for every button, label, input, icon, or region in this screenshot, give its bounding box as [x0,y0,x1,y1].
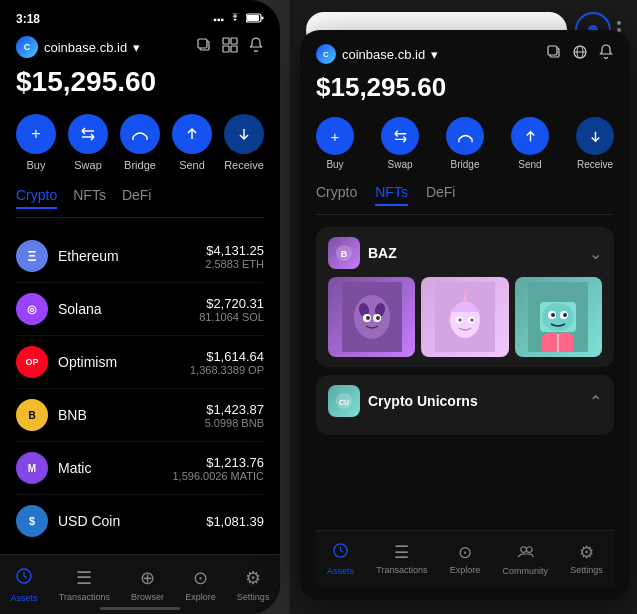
nav-explore-label: Explore [185,592,216,602]
nav-assets[interactable]: Assets [11,567,38,603]
pr-receive-icon [576,117,614,155]
list-item[interactable]: B BNB $1,423.87 5.0998 BNB [16,389,264,442]
pr-buy-label: Buy [326,159,343,170]
svg-point-31 [366,316,370,320]
pr-nav-assets[interactable]: Assets [327,542,354,576]
pr-nav-community[interactable]: Community [503,542,549,576]
svg-rect-4 [198,39,207,48]
pr-swap-icon [381,117,419,155]
pr-bottom-nav: Assets ☰ Transactions ⊙ Explore Communit… [316,530,614,586]
swap-button[interactable]: Swap [68,114,108,171]
copy-icon[interactable] [196,37,212,57]
tab-nfts[interactable]: NFTs [73,187,106,209]
pr-transactions-icon: ☰ [394,542,409,563]
pr-send-button[interactable]: Send [511,117,549,170]
pr-avatar: C [316,44,336,64]
send-button[interactable]: Send [172,114,212,171]
list-item[interactable]: ◎ Solana $2,720.31 81.1064 SOL [16,283,264,336]
pr-tab-defi[interactable]: DeFi [426,184,456,206]
pr-nav-settings[interactable]: ⚙ Settings [570,542,603,575]
tab-defi[interactable]: DeFi [122,187,152,209]
asset-values: $1,081.39 [206,514,264,529]
nav-explore[interactable]: ⊙ Explore [185,567,216,602]
avatar: C [16,36,38,58]
op-icon: OP [16,346,48,378]
nav-transactions[interactable]: ☰ Transactions [59,567,110,602]
pr-globe-icon[interactable] [572,44,588,64]
chevron-down-icon: ⌄ [589,244,602,263]
asset-amount: 2.5883 ETH [205,258,264,270]
expand-icon[interactable] [222,37,238,57]
asset-amount: 5.0998 BNB [205,417,264,429]
pr-tabs: Crypto NFTs DeFi [316,184,614,215]
home-indicator [100,607,180,610]
bridge-icon [120,114,160,154]
receive-icon [224,114,264,154]
nft-unicorns-left: CU Crypto Unicorns [328,385,478,417]
pr-copy-icon[interactable] [546,44,562,64]
tab-crypto[interactable]: Crypto [16,187,57,209]
svg-point-50 [526,546,532,552]
pr-buy-icon: + [316,117,354,155]
browser-icon: ⊕ [140,567,155,589]
account-name: coinbase.cb.id [44,40,127,55]
svg-rect-6 [231,38,237,44]
nft-image-2[interactable] [421,277,508,357]
asset-usd: $1,423.87 [205,402,264,417]
pr-tab-nfts[interactable]: NFTs [375,184,408,206]
time: 3:18 [16,12,40,26]
list-item[interactable]: OP Optimism $1,614.64 1,368.3389 OP [16,336,264,389]
nav-browser[interactable]: ⊕ Browser [131,567,164,602]
nft-unicorns-header[interactable]: CU Crypto Unicorns ⌃ [328,385,602,417]
swap-label: Swap [74,159,102,171]
buy-button[interactable]: + Buy [16,114,56,171]
asset-usd: $1,081.39 [206,514,264,529]
dot [617,21,621,25]
pr-swap-button[interactable]: Swap [381,117,419,170]
bnb-icon: B [16,399,48,431]
bridge-button[interactable]: Bridge [120,114,160,171]
buy-icon: + [16,114,56,154]
nav-settings[interactable]: ⚙ Settings [237,567,270,602]
asset-values: $4,131.25 2.5883 ETH [205,243,264,270]
list-item[interactable]: M Matic $1,213.76 1,596.0026 MATIC [16,442,264,495]
pr-action-buttons: + Buy Swap Bridge [316,117,614,170]
nft-collection-baz: B BAZ ⌄ [316,227,614,367]
chevron-down-icon: ▾ [133,40,140,55]
svg-point-37 [458,319,461,322]
pr-bridge-button[interactable]: Bridge [446,117,484,170]
svg-text:CU: CU [339,399,349,406]
asset-amount: 1,368.3389 OP [190,364,264,376]
nft-image-1[interactable] [328,277,415,357]
pr-buy-button[interactable]: + Buy [316,117,354,170]
asset-amount: 1,596.0026 MATIC [172,470,264,482]
pr-receive-button[interactable]: Receive [576,117,614,170]
pr-tab-crypto[interactable]: Crypto [316,184,357,206]
nft-image-3[interactable] [515,277,602,357]
account-info[interactable]: C coinbase.cb.id ▾ [16,36,140,58]
send-label: Send [179,159,205,171]
phone-right: C coinbase.cb.id ▾ $15,295. [300,30,630,600]
nft-collection-header[interactable]: B BAZ ⌄ [328,237,602,269]
wifi-icon [228,13,242,25]
list-item[interactable]: Ξ Ethereum $4,131.25 2.5883 ETH [16,230,264,283]
eth-icon: Ξ [16,240,48,272]
pr-account-info[interactable]: C coinbase.cb.id ▾ [316,44,438,64]
list-item[interactable]: $ USD Coin $1,081.39 [16,495,264,547]
bell-icon[interactable] [248,37,264,57]
pr-nav-explore-label: Explore [450,565,481,575]
pr-balance: $15,295.60 [316,72,614,103]
pr-account-row: C coinbase.cb.id ▾ [316,44,614,64]
pr-send-icon [511,117,549,155]
receive-label: Receive [224,159,264,171]
nft-art-2 [421,277,508,357]
pr-bell-icon[interactable] [598,44,614,64]
receive-button[interactable]: Receive [224,114,264,171]
svg-point-38 [470,319,473,322]
asset-usd: $2,720.31 [199,296,264,311]
nft-unicorns-thumb: CU [328,385,360,417]
asset-name: Solana [58,301,199,317]
pr-nav-explore[interactable]: ⊙ Explore [450,542,481,575]
balance: $15,295.60 [16,66,264,98]
pr-nav-transactions[interactable]: ☰ Transactions [376,542,427,575]
